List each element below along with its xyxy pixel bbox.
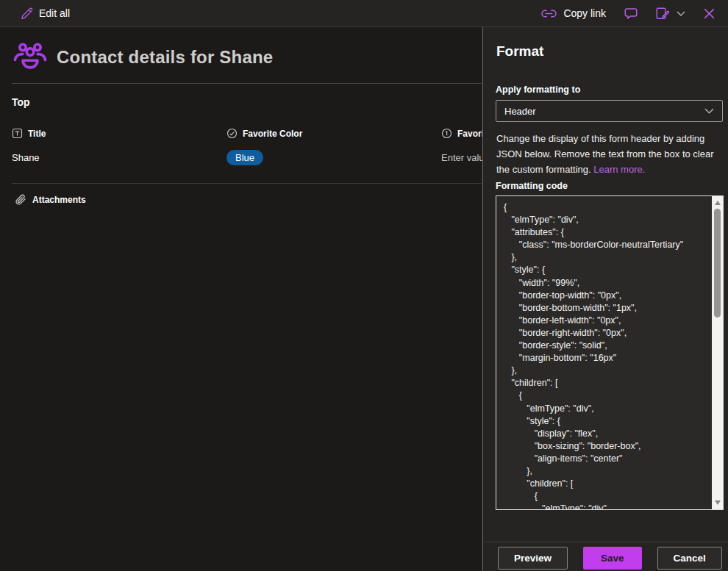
edit-all-button[interactable]: Edit all xyxy=(21,7,70,19)
apply-formatting-dropdown[interactable]: Header xyxy=(496,100,723,122)
panel-title: Format xyxy=(496,43,723,60)
field-label-text: Favorit xyxy=(457,129,482,139)
panel-footer: Preview Save Cancel xyxy=(483,542,728,571)
learn-more-link[interactable]: Learn more. xyxy=(593,164,645,175)
fields-row: Title Shane Favorite Color Blue xyxy=(0,128,482,167)
paperclip-icon xyxy=(15,194,26,206)
edit-form-button[interactable] xyxy=(656,7,685,20)
copy-link-label: Copy link xyxy=(563,7,606,19)
form-header: Contact details for Shane xyxy=(0,28,482,72)
field-favorite-number: Favorit Enter valu xyxy=(441,128,482,167)
topbar-actions: Copy link xyxy=(541,7,715,20)
chevron-down-icon xyxy=(704,108,714,114)
attachments-label: Attachments xyxy=(32,195,86,205)
field-favorite-number-input[interactable]: Enter valu xyxy=(441,148,482,167)
field-title-label: Title xyxy=(12,128,226,139)
comments-button[interactable] xyxy=(624,7,638,20)
title-divider xyxy=(12,83,482,84)
formatting-code-editor[interactable]: { "elmType": "div", "attributes": { "cla… xyxy=(496,195,724,510)
copy-link-button[interactable]: Copy link xyxy=(541,7,606,19)
choice-field-icon xyxy=(226,128,238,139)
close-button[interactable] xyxy=(704,8,715,19)
topbar: Edit all Copy link xyxy=(0,0,728,27)
people-team-icon xyxy=(13,42,47,72)
field-label-text: Title xyxy=(28,129,46,139)
format-panel: Format Apply formatting to Header Change… xyxy=(482,27,728,571)
link-icon xyxy=(541,10,557,18)
fields-divider xyxy=(12,183,482,184)
field-label-text: Favorite Color xyxy=(243,129,302,139)
edit-all-label: Edit all xyxy=(39,7,70,19)
save-button[interactable]: Save xyxy=(583,547,642,570)
dropdown-selected-value: Header xyxy=(504,106,536,117)
close-icon xyxy=(704,8,715,19)
field-title-value[interactable]: Shane xyxy=(12,148,226,167)
cancel-button[interactable]: Cancel xyxy=(657,547,722,570)
section-title: Top xyxy=(12,96,482,108)
page-title: Contact details for Shane xyxy=(57,47,273,68)
panel-description: Change the display of this form header b… xyxy=(496,131,719,177)
field-title: Title Shane xyxy=(12,128,226,167)
scroll-down-arrow-icon[interactable] xyxy=(715,500,721,505)
chevron-down-icon xyxy=(677,11,685,16)
preview-button[interactable]: Preview xyxy=(498,547,568,570)
code-text[interactable]: { "elmType": "div", "attributes": { "cla… xyxy=(496,196,723,509)
form-content: Contact details for Shane Top Title Shan… xyxy=(0,28,482,571)
field-favorite-color-label: Favorite Color xyxy=(226,128,441,139)
field-favorite-color-value[interactable]: Blue xyxy=(226,148,441,167)
attachments-field[interactable]: Attachments xyxy=(15,194,482,206)
apply-formatting-label: Apply formatting to xyxy=(496,85,723,95)
choice-pill[interactable]: Blue xyxy=(226,150,263,165)
code-scrollbar[interactable] xyxy=(712,196,723,509)
comment-icon xyxy=(624,7,638,20)
text-field-icon xyxy=(12,128,23,139)
form-edit-icon xyxy=(656,7,670,20)
field-favorite-number-label: Favorit xyxy=(441,128,482,139)
formatting-code-label: Formatting code xyxy=(496,181,723,191)
pencil-icon xyxy=(21,7,32,19)
number-field-icon xyxy=(441,128,452,139)
scroll-up-arrow-icon[interactable] xyxy=(715,201,721,205)
field-favorite-color: Favorite Color Blue xyxy=(226,128,441,167)
scrollbar-thumb[interactable] xyxy=(714,209,721,317)
format-panel-body: Format Apply formatting to Header Change… xyxy=(483,43,728,510)
